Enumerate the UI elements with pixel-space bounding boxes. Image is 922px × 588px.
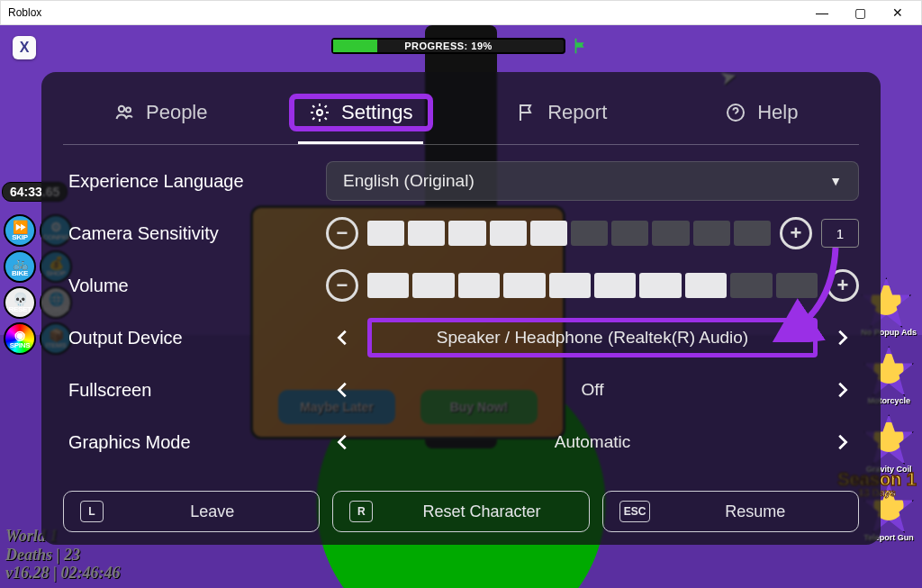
flag-icon (571, 36, 591, 56)
keycap-r: R (349, 501, 373, 522)
graphics-prev-button[interactable] (326, 425, 360, 459)
graphics-value[interactable]: Automatic (367, 432, 818, 452)
slider-segment (503, 273, 545, 298)
chevron-left-icon (333, 324, 353, 351)
slider-segment (448, 221, 485, 246)
window-buttons: — ▢ ✕ (811, 5, 917, 20)
skip-icon: ⏩ (13, 221, 28, 233)
slider-segment (734, 221, 771, 246)
volume-label: Volume (63, 276, 315, 296)
game-viewport: Maybe Later Buy Now! PROGRESS: 19% X ➤ 6… (0, 25, 922, 588)
window-minimize-button[interactable]: — (811, 5, 833, 20)
window-titlebar: Roblox — ▢ ✕ (0, 0, 922, 25)
bike-icon: 🚲 (13, 257, 28, 269)
slider-segment (693, 221, 730, 246)
tab-help-label: Help (757, 101, 798, 124)
slider-segment (685, 273, 727, 298)
slider-segment (776, 273, 818, 298)
progress-bar: PROGRESS: 19% (331, 38, 565, 54)
slider-segment (458, 273, 500, 298)
window-maximize-button[interactable]: ▢ (849, 5, 871, 20)
window-close-button[interactable]: ✕ (887, 5, 908, 20)
window-title: Roblox (8, 6, 41, 19)
close-menu-button[interactable]: X (13, 36, 36, 59)
fullscreen-prev-button[interactable] (326, 373, 360, 407)
hud-skip-button[interactable]: ⏩SKIP (4, 214, 36, 247)
camera-label: Camera Sensitivity (63, 223, 315, 244)
tab-people-label: People (146, 101, 208, 124)
row-output-device: Output Device Speaker / Headphone (Realt… (63, 318, 859, 357)
volume-minus-button[interactable]: − (326, 269, 358, 302)
output-prev-button[interactable] (326, 321, 360, 355)
hud-bike-button[interactable]: 🚲BIKE (4, 250, 36, 283)
resume-label: Resume (668, 502, 842, 521)
reset-character-button[interactable]: R Reset Character (332, 491, 589, 532)
action-bar: L Leave R Reset Character ESC Resume (63, 491, 859, 532)
wheel-icon: ◉ (14, 329, 25, 341)
language-select[interactable]: English (Original) ▼ (326, 161, 859, 201)
slider-segment (594, 273, 636, 298)
camera-plus-button[interactable]: + (780, 217, 812, 249)
tab-settings-label: Settings (341, 101, 413, 124)
tab-bar: People Settings Report Help (63, 85, 859, 145)
slider-segment (652, 221, 689, 246)
fullscreen-value[interactable]: Off (367, 380, 818, 400)
plus-icon: + (791, 222, 802, 245)
reset-label: Reset Character (391, 502, 572, 521)
resume-button[interactable]: ESC Resume (602, 491, 859, 532)
row-camera-sensitivity: Camera Sensitivity − + 1 (63, 213, 859, 253)
slider-segment (611, 221, 648, 246)
fullscreen-next-button[interactable] (825, 373, 859, 407)
svg-point-1 (126, 107, 131, 112)
slider-segment (490, 221, 527, 246)
volume-plus-button[interactable]: + (827, 269, 859, 302)
minus-icon: − (337, 222, 348, 245)
close-icon: X (20, 40, 30, 56)
slider-segment (367, 221, 404, 246)
chevron-right-icon (832, 429, 852, 456)
slider-segment (408, 221, 445, 246)
camera-minus-button[interactable]: − (326, 217, 358, 249)
camera-slider[interactable] (367, 221, 771, 246)
tab-report[interactable]: Report (464, 85, 659, 142)
svg-point-2 (317, 110, 322, 115)
output-device-value[interactable]: Speaker / Headphone (Realtek(R) Audio) (367, 318, 818, 357)
settings-panel: People Settings Report Help Experience L… (41, 72, 881, 545)
settings-rows: Experience Language English (Original) ▼… (63, 161, 859, 485)
slider-segment (367, 273, 409, 298)
stat-deaths: Deaths | 23 (5, 546, 120, 565)
gear-icon (309, 102, 330, 123)
row-fullscreen: Fullscreen Off (63, 370, 859, 410)
chevron-right-icon (832, 376, 852, 403)
chevron-right-icon (832, 324, 852, 351)
progress-fill (333, 40, 377, 52)
chevron-left-icon (333, 376, 353, 403)
output-next-button[interactable] (825, 321, 859, 355)
report-flag-icon (515, 102, 537, 123)
hud-reset-button[interactable]: 💀RESET (4, 286, 36, 319)
volume-slider[interactable] (367, 273, 818, 298)
keycap-esc: ESC (619, 501, 651, 522)
row-language: Experience Language English (Original) ▼ (63, 161, 859, 201)
skull-icon: 💀 (13, 293, 28, 305)
chevron-left-icon (333, 481, 353, 485)
slider-segment (730, 273, 772, 298)
help-icon (725, 102, 746, 123)
slider-segment (530, 221, 567, 246)
hud-spins-button[interactable]: ◉SPINS (4, 322, 36, 355)
language-label: Experience Language (63, 171, 315, 192)
stat-version-time: v16.28 | 02:46:46 (5, 564, 120, 583)
progress-label: PROGRESS: 19% (404, 41, 493, 51)
minus-icon: − (337, 274, 348, 297)
tab-settings[interactable]: Settings (264, 85, 459, 142)
slider-segment (412, 273, 454, 298)
camera-value[interactable]: 1 (821, 219, 859, 248)
svg-point-0 (119, 106, 124, 112)
tab-help[interactable]: Help (664, 85, 860, 142)
chevron-left-icon (333, 429, 353, 456)
leave-button[interactable]: L Leave (63, 491, 320, 532)
chevron-down-icon: ▼ (829, 174, 842, 188)
tab-people[interactable]: People (63, 85, 258, 142)
cutoff-prev-button[interactable] (326, 477, 360, 485)
graphics-next-button[interactable] (825, 425, 859, 459)
